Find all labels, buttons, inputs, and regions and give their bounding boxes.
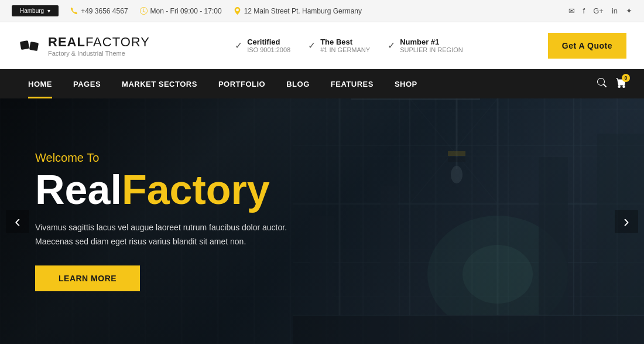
badge-best-title: The Best [320, 38, 370, 46]
badge-best: ✓ The Best #1 IN GERMANY [308, 38, 370, 53]
nav-items: HOME PAGES MARKET SECTORS PORTFOLIO BLOG… [18, 69, 428, 98]
nav-features[interactable]: FEATURES [320, 69, 384, 98]
badge-number1-sub: SUPLIER IN REGION [400, 46, 463, 53]
main-nav: HOME PAGES MARKET SECTORS PORTFOLIO BLOG… [0, 69, 644, 98]
nav-portfolio[interactable]: PORTFOLIO [208, 69, 276, 98]
badge-number1: ✓ Number #1 SUPLIER IN REGION [388, 38, 463, 53]
next-slide-button[interactable]: › [615, 210, 638, 233]
logo-brand: REALFACTORY [48, 35, 150, 50]
nav-market-sectors[interactable]: MARKET SECTORS [111, 69, 208, 98]
logo-icon [18, 34, 41, 57]
phone-info: +49 3656 4567 [70, 7, 128, 15]
check-icon-2: ✓ [308, 40, 316, 51]
hero-desc-line2: Maecenas sed diam eget risus varius blan… [35, 237, 246, 246]
svg-rect-1 [29, 41, 39, 50]
header-badges: ✓ Ceritified ISO 9001:2008 ✓ The Best #1… [235, 38, 463, 53]
hero-subtitle: Welcome To [35, 151, 316, 165]
hero-title-yellow: Factory [122, 167, 270, 213]
cart-badge: 0 [622, 74, 630, 82]
googleplus-link[interactable]: G+ [593, 6, 604, 15]
linkedin-link[interactable]: in [612, 6, 618, 15]
address-text: 12 Main Street Pt. Hamburg Germany [244, 7, 362, 15]
logo[interactable]: REALFACTORY Factory & Industrial Theme [18, 34, 150, 57]
svg-rect-0 [20, 40, 29, 49]
top-bar: Hamburg ▾ +49 3656 4567 Mon - Fri 09:00 … [0, 0, 644, 22]
badge-best-text: The Best #1 IN GERMANY [320, 38, 370, 53]
hero-description: Vivamus sagittis lacus vel augue laoreet… [35, 221, 293, 249]
address-info: 12 Main Street Pt. Hamburg Germany [234, 7, 362, 15]
badge-best-sub: #1 IN GERMANY [320, 46, 370, 53]
badge-certified-title: Ceritified [247, 38, 290, 46]
hero-desc-line1: Vivamus sagittis lacus vel augue laoreet… [35, 223, 287, 232]
check-icon-3: ✓ [388, 40, 395, 51]
nav-pages[interactable]: PAGES [63, 69, 111, 98]
facebook-link[interactable]: f [583, 6, 585, 15]
twitter-link[interactable]: ✦ [626, 6, 632, 15]
location-icon [234, 7, 241, 15]
badge-certified: ✓ Ceritified ISO 9001:2008 [235, 38, 290, 53]
logo-text: REALFACTORY Factory & Industrial Theme [48, 35, 150, 57]
learn-more-button[interactable]: Learn More [35, 265, 140, 291]
header: REALFACTORY Factory & Industrial Theme ✓… [0, 22, 644, 69]
hours-info: Mon - Fri 09:00 - 17:00 [140, 7, 222, 15]
prev-slide-button[interactable]: ‹ [6, 210, 29, 233]
get-quote-button[interactable]: Get A Quote [548, 33, 626, 59]
logo-light: FACTORY [85, 35, 150, 49]
nav-right: 0 [597, 77, 626, 90]
nav-shop[interactable]: SHOP [384, 69, 428, 98]
nav-home[interactable]: HOME [18, 69, 63, 98]
top-bar-left: Hamburg ▾ +49 3656 4567 Mon - Fri 09:00 … [12, 5, 362, 16]
phone-icon [70, 7, 78, 15]
city-label: Hamburg [20, 8, 44, 14]
badge-number1-text: Number #1 SUPLIER IN REGION [400, 38, 463, 53]
badge-number1-title: Number #1 [400, 38, 463, 46]
phone-number: +49 3656 4567 [81, 7, 128, 15]
email-link[interactable]: ✉ [568, 6, 575, 15]
hero-title: RealFactory [35, 169, 316, 210]
hero-section: Welcome To RealFactory Vivamus sagittis … [0, 98, 644, 344]
logo-bold: REAL [48, 35, 85, 49]
business-hours: Mon - Fri 09:00 - 17:00 [150, 7, 222, 15]
logo-tagline: Factory & Industrial Theme [48, 50, 150, 57]
cart-icon[interactable]: 0 [616, 77, 626, 90]
chevron-down-icon: ▾ [47, 8, 50, 14]
hero-content: Welcome To RealFactory Vivamus sagittis … [0, 98, 351, 344]
hero-title-white: Real [35, 167, 122, 213]
clock-icon [140, 7, 148, 15]
search-icon[interactable] [597, 78, 607, 90]
nav-blog[interactable]: BLOG [276, 69, 320, 98]
check-icon-1: ✓ [235, 40, 242, 51]
city-selector[interactable]: Hamburg ▾ [12, 5, 59, 16]
badge-certified-text: Ceritified ISO 9001:2008 [247, 38, 290, 53]
social-links: ✉ f G+ in ✦ [568, 6, 632, 15]
badge-certified-sub: ISO 9001:2008 [247, 46, 290, 53]
